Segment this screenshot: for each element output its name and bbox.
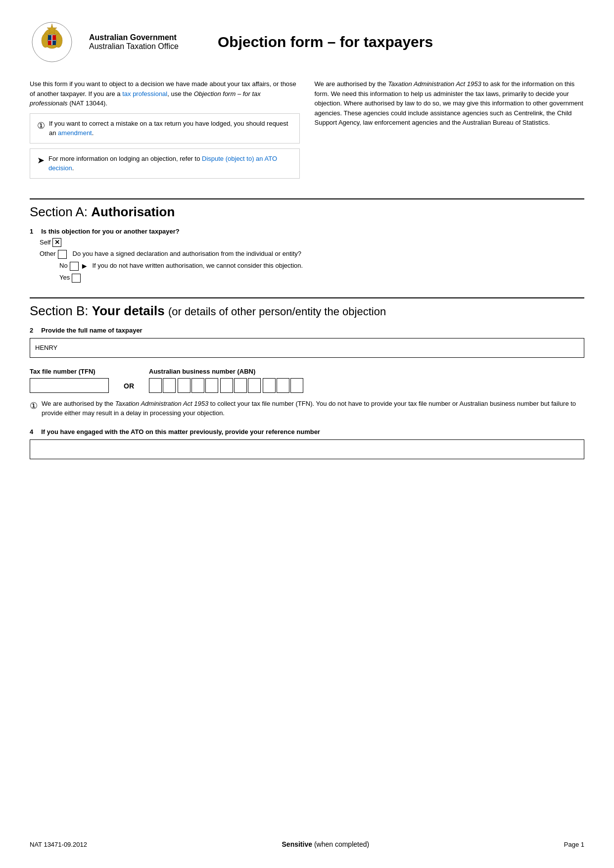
q1-text: Is this objection for you or another tax… bbox=[41, 228, 180, 235]
dispute-link[interactable]: Dispute (object to) an ATO decision bbox=[48, 155, 277, 172]
q4-text: If you have engaged with the ATO on this… bbox=[41, 428, 320, 435]
arrow-icon-dispute: ➤ bbox=[37, 154, 45, 167]
question-4: 4 If you have engaged with the ATO on th… bbox=[30, 428, 584, 459]
intro-left-para: Use this form if you want to object to a… bbox=[30, 79, 300, 108]
section-b-label: Section B: bbox=[30, 303, 89, 318]
other-question: Do you have a signed declaration and aut… bbox=[73, 250, 302, 257]
question-3: Tax file number (TFN) OR Australian busi… bbox=[30, 368, 584, 418]
ato-logo bbox=[30, 20, 74, 64]
header-org-text: Australian Government Australian Taxatio… bbox=[89, 33, 188, 51]
section-b-title: Section B: Your details (or details of o… bbox=[30, 303, 386, 318]
yes-label: Yes bbox=[59, 274, 70, 281]
svg-rect-7 bbox=[48, 35, 51, 40]
question-2: 2 Provide the full name of taxpayer bbox=[30, 327, 584, 358]
info-box-amendment: ① If you want to correct a mistake on a … bbox=[30, 113, 300, 144]
no-note: If you do not have written authorisation… bbox=[92, 262, 303, 269]
svg-rect-10 bbox=[52, 41, 56, 45]
section-b-bold: Your details bbox=[92, 303, 165, 318]
page: Australian Government Australian Taxatio… bbox=[0, 0, 614, 868]
abn-box-8[interactable] bbox=[248, 378, 261, 393]
abn-box-1[interactable] bbox=[149, 378, 162, 393]
no-arrow-icon: ► bbox=[81, 262, 89, 271]
other-checkbox[interactable] bbox=[58, 250, 67, 259]
abn-group-3 bbox=[220, 378, 261, 393]
q4-label-row: 4 If you have engaged with the ATO on th… bbox=[30, 428, 584, 435]
info-box-dispute-text: For more information on lodging an objec… bbox=[48, 154, 292, 173]
gov-title: Australian Government bbox=[89, 33, 188, 42]
no-checkbox-row: No ► If you do not have written authoris… bbox=[59, 262, 584, 271]
self-checkbox-row: Self bbox=[40, 238, 584, 247]
abn-box-2[interactable] bbox=[163, 378, 176, 393]
other-checkbox-row: Other Do you have a signed declaration a… bbox=[40, 250, 584, 259]
abn-box-6[interactable] bbox=[220, 378, 233, 393]
svg-rect-8 bbox=[52, 35, 56, 40]
tax-professional-link[interactable]: tax professional bbox=[122, 90, 167, 97]
abn-group-1 bbox=[149, 378, 176, 393]
auth-info-icon: ① bbox=[30, 399, 38, 413]
tfn-label: Tax file number (TFN) bbox=[30, 368, 109, 375]
abn-box-7[interactable] bbox=[234, 378, 247, 393]
abn-boxes bbox=[149, 378, 303, 393]
q1-label-row: 1 Is this objection for you or another t… bbox=[30, 228, 584, 235]
tfn-input-box[interactable] bbox=[30, 378, 109, 393]
intro-right: We are authorised by the Taxation Admini… bbox=[315, 79, 585, 184]
footer-page-label: Page 1 bbox=[564, 841, 584, 848]
abn-box-9[interactable] bbox=[263, 378, 276, 393]
info-box-dispute: ➤ For more information on lodging an obj… bbox=[30, 148, 300, 179]
section-a-title: Section A: Authorisation bbox=[30, 204, 175, 219]
q2-text: Provide the full name of taxpayer bbox=[41, 327, 142, 334]
intro-section: Use this form if you want to object to a… bbox=[30, 79, 584, 184]
tfn-abn-row: Tax file number (TFN) OR Australian busi… bbox=[30, 368, 584, 393]
yes-checkbox[interactable] bbox=[72, 274, 81, 283]
abn-label: Australian business number (ABN) bbox=[149, 368, 303, 375]
tfn-section: Tax file number (TFN) bbox=[30, 368, 109, 393]
self-checkbox[interactable] bbox=[52, 238, 61, 247]
info-box-amendment-text: If you want to correct a mistake on a ta… bbox=[49, 119, 292, 138]
header: Australian Government Australian Taxatio… bbox=[30, 20, 584, 64]
footer-nat-number: NAT 13471-09.2012 bbox=[30, 841, 87, 848]
info-icon-1: ① bbox=[37, 119, 45, 133]
sensitive-note: (when completed) bbox=[314, 840, 369, 848]
or-label: OR bbox=[119, 382, 139, 390]
abn-box-3[interactable] bbox=[178, 378, 190, 393]
full-name-input[interactable] bbox=[30, 338, 584, 358]
yes-checkbox-row: Yes bbox=[59, 274, 584, 283]
svg-rect-9 bbox=[48, 41, 51, 45]
self-label: Self bbox=[40, 239, 50, 246]
abn-box-10[interactable] bbox=[277, 378, 289, 393]
amendment-link[interactable]: amendment bbox=[58, 129, 92, 137]
ato-title: Australian Taxation Office bbox=[89, 42, 188, 51]
no-label: No bbox=[59, 262, 68, 269]
other-label: Other bbox=[40, 250, 56, 257]
question-1: 1 Is this objection for you or another t… bbox=[30, 228, 584, 283]
abn-section: Australian business number (ABN) bbox=[149, 368, 303, 393]
intro-right-para: We are authorised by the Taxation Admini… bbox=[315, 79, 585, 128]
reference-input[interactable] bbox=[30, 439, 584, 459]
section-a-bold: Authorisation bbox=[91, 204, 175, 219]
abn-box-5[interactable] bbox=[205, 378, 218, 393]
auth-note: ① We are authorised by the Taxation Admi… bbox=[30, 399, 584, 418]
section-a-header: Section A: Authorisation bbox=[30, 198, 584, 220]
footer: NAT 13471-09.2012 Sensitive (when comple… bbox=[30, 840, 584, 848]
q1-number: 1 bbox=[30, 228, 33, 235]
no-checkbox[interactable] bbox=[70, 262, 79, 271]
sensitive-label: Sensitive bbox=[282, 840, 312, 848]
intro-left: Use this form if you want to object to a… bbox=[30, 79, 300, 184]
abn-group-4 bbox=[263, 378, 303, 393]
q4-number: 4 bbox=[30, 428, 33, 435]
q2-number: 2 bbox=[30, 327, 33, 334]
abn-box-11[interactable] bbox=[290, 378, 303, 393]
q2-label-row: 2 Provide the full name of taxpayer bbox=[30, 327, 584, 334]
abn-group-2 bbox=[178, 378, 218, 393]
section-b-subtitle: (or details of other person/entity the o… bbox=[168, 305, 386, 318]
abn-box-4[interactable] bbox=[191, 378, 204, 393]
auth-note-text: We are authorised by the Taxation Admini… bbox=[42, 399, 584, 418]
footer-sensitive: Sensitive (when completed) bbox=[282, 840, 370, 848]
form-title: Objection form – for taxpayers bbox=[208, 34, 584, 50]
section-b-header: Section B: Your details (or details of o… bbox=[30, 297, 584, 319]
section-a-label: Section A: bbox=[30, 204, 88, 219]
